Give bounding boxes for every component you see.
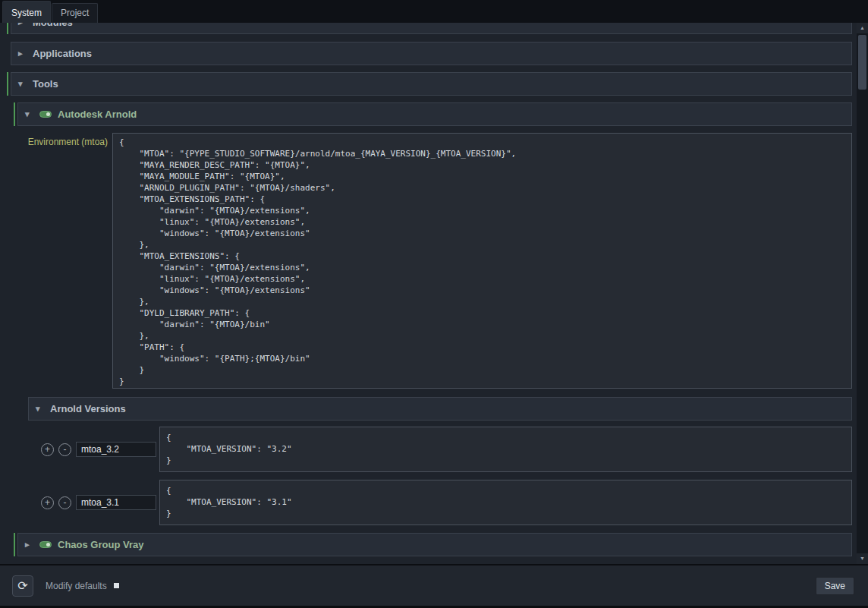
- section-tools[interactable]: ▾ Tools: [11, 72, 852, 96]
- group-chaos-group-vray[interactable]: ▸ Chaos Group Vray: [17, 533, 852, 556]
- version-value-editor[interactable]: { "MTOA_VERSION": "3.1" }: [159, 480, 852, 525]
- save-button[interactable]: Save: [816, 577, 854, 595]
- chevron-down-icon: ▾: [25, 109, 33, 119]
- add-version-button[interactable]: +: [41, 443, 54, 456]
- remove-version-button[interactable]: -: [58, 496, 71, 509]
- arnold-enabled-toggle-icon[interactable]: [39, 111, 52, 118]
- modify-defaults-label: Modify defaults: [46, 581, 107, 591]
- section-tools-label: Tools: [33, 78, 58, 90]
- modify-defaults-checkbox[interactable]: [114, 583, 119, 588]
- group-arnold-versions[interactable]: ▾ Arnold Versions: [28, 397, 852, 421]
- version-name-input[interactable]: [76, 442, 156, 457]
- footer-bar: ⟳ Modify defaults Save: [0, 564, 868, 606]
- scrollbar-up-button[interactable]: ▲: [857, 23, 868, 33]
- group-autodesk-arnold-label: Autodesk Arnold: [58, 109, 137, 120]
- section-applications-label: Applications: [33, 48, 92, 59]
- environment-mtoa-label: Environment (mtoa): [18, 133, 112, 389]
- vray-enabled-toggle-icon[interactable]: [39, 541, 52, 548]
- tab-system[interactable]: System: [2, 1, 51, 23]
- scrollbar-thumb[interactable]: [858, 35, 866, 90]
- chevron-right-icon: ▸: [18, 23, 27, 27]
- environment-mtoa-editor[interactable]: { "MTOA": "{PYPE_STUDIO_SOFTWARE}/arnold…: [112, 133, 852, 389]
- settings-content: ▸ Modules ▸ Applications ▾ Tools ▾ Autod…: [0, 23, 857, 564]
- chevron-right-icon: ▸: [18, 49, 27, 58]
- scrollbar-down-button[interactable]: ▼: [857, 553, 868, 564]
- refresh-button[interactable]: ⟳: [12, 575, 33, 597]
- section-applications[interactable]: ▸ Applications: [11, 42, 852, 65]
- group-arnold-versions-label: Arnold Versions: [50, 403, 126, 414]
- tab-project[interactable]: Project: [52, 3, 98, 23]
- section-modules-label: Modules: [33, 23, 73, 28]
- arnold-environment-row: Environment (mtoa) { "MTOA": "{PYPE_STUD…: [18, 133, 852, 389]
- add-version-button[interactable]: +: [41, 496, 54, 509]
- version-row: + - { "MTOA_VERSION": "3.2" }: [41, 427, 852, 472]
- chevron-down-icon: ▾: [18, 79, 27, 89]
- settings-window: { "tabs": { "system": "System", "project…: [0, 0, 868, 608]
- section-modules[interactable]: ▸ Modules: [11, 23, 852, 34]
- version-row-controls: + -: [41, 427, 159, 472]
- group-chaos-group-vray-label: Chaos Group Vray: [58, 539, 143, 550]
- version-value-editor[interactable]: { "MTOA_VERSION": "3.2" }: [159, 427, 852, 472]
- group-autodesk-arnold[interactable]: ▾ Autodesk Arnold: [17, 102, 852, 126]
- remove-version-button[interactable]: -: [58, 443, 71, 456]
- chevron-right-icon: ▸: [25, 540, 33, 550]
- chevron-down-icon: ▾: [36, 404, 44, 414]
- version-row: + - { "MTOA_VERSION": "3.1" }: [41, 480, 852, 525]
- version-name-input[interactable]: [76, 495, 156, 510]
- settings-tab-bar: System Project: [0, 0, 868, 23]
- version-row-controls: + -: [41, 480, 159, 525]
- scrollbar[interactable]: ▲ ▼: [857, 23, 868, 564]
